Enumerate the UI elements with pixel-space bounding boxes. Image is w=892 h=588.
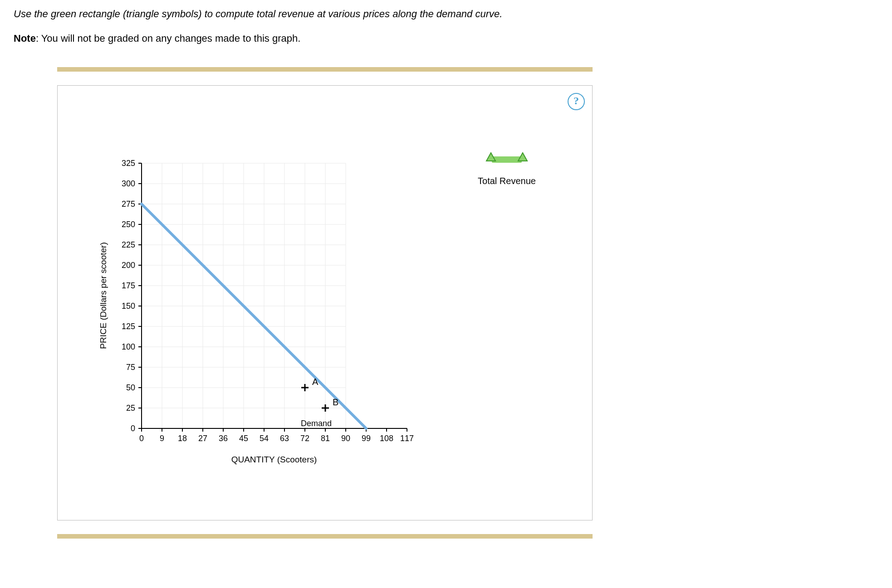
svg-marker-0 bbox=[486, 153, 495, 161]
svg-text:117: 117 bbox=[400, 434, 414, 443]
svg-text:9: 9 bbox=[160, 434, 164, 443]
y-axis-title: PRICE (Dollars per scooter) bbox=[98, 242, 108, 349]
point-A[interactable]: A bbox=[301, 377, 319, 391]
instruction-text: Use the green rectangle (triangle symbol… bbox=[14, 8, 878, 20]
svg-text:150: 150 bbox=[122, 301, 135, 311]
chart-svg: 0918273645546372819099108117025507510012… bbox=[121, 143, 421, 451]
note-text: : You will not be graded on any changes … bbox=[36, 33, 300, 44]
triangle-handle-left-icon bbox=[485, 152, 496, 167]
point-label-A: A bbox=[312, 377, 319, 387]
svg-text:325: 325 bbox=[122, 159, 135, 168]
point-label-B: B bbox=[333, 397, 338, 407]
svg-text:72: 72 bbox=[300, 434, 309, 443]
graph-panel: ? Total Revenue bbox=[57, 85, 593, 520]
demand-label: Demand bbox=[301, 419, 332, 428]
svg-text:100: 100 bbox=[122, 342, 135, 351]
svg-text:250: 250 bbox=[122, 220, 135, 229]
svg-marker-1 bbox=[518, 153, 527, 161]
note-label: Note bbox=[14, 33, 36, 44]
svg-text:45: 45 bbox=[239, 434, 248, 443]
svg-text:175: 175 bbox=[122, 281, 135, 290]
svg-text:90: 90 bbox=[341, 434, 350, 443]
svg-text:75: 75 bbox=[126, 363, 135, 372]
triangle-handle-right-icon bbox=[517, 152, 528, 167]
x-axis-title: QUANTITY (Scooters) bbox=[231, 455, 317, 464]
svg-text:275: 275 bbox=[122, 199, 135, 209]
svg-text:18: 18 bbox=[178, 434, 187, 443]
svg-text:81: 81 bbox=[321, 434, 330, 443]
plot-area[interactable]: 0918273645546372819099108117025507510012… bbox=[121, 143, 421, 451]
svg-text:36: 36 bbox=[219, 434, 228, 443]
legend: Total Revenue bbox=[448, 154, 566, 186]
svg-text:54: 54 bbox=[260, 434, 269, 443]
svg-text:27: 27 bbox=[198, 434, 207, 443]
svg-text:108: 108 bbox=[380, 434, 393, 443]
svg-text:63: 63 bbox=[280, 434, 289, 443]
svg-text:0: 0 bbox=[139, 434, 144, 443]
svg-text:99: 99 bbox=[362, 434, 371, 443]
page-root: Use the green rectangle (triangle symbol… bbox=[0, 0, 892, 588]
svg-text:125: 125 bbox=[122, 322, 135, 331]
legend-title: Total Revenue bbox=[448, 176, 566, 186]
svg-text:200: 200 bbox=[122, 261, 135, 270]
point-B[interactable]: B bbox=[322, 397, 338, 412]
svg-text:225: 225 bbox=[122, 240, 135, 249]
divider-bottom bbox=[57, 534, 593, 539]
svg-text:0: 0 bbox=[131, 424, 135, 433]
svg-text:50: 50 bbox=[126, 383, 135, 392]
svg-text:25: 25 bbox=[126, 403, 135, 413]
note-line: Note: You will not be graded on any chan… bbox=[14, 33, 878, 44]
help-button[interactable]: ? bbox=[568, 93, 585, 110]
total-revenue-tool[interactable] bbox=[486, 154, 527, 165]
divider-top bbox=[57, 67, 593, 72]
svg-text:300: 300 bbox=[122, 179, 135, 188]
demand-curve[interactable] bbox=[142, 204, 366, 428]
